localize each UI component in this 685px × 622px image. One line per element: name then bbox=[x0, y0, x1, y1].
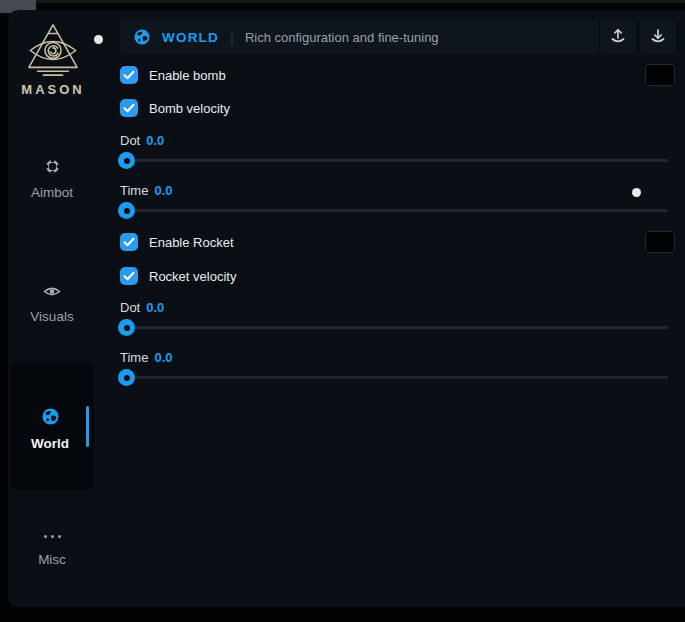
globe-icon bbox=[41, 407, 60, 429]
time-slider-track[interactable] bbox=[120, 209, 668, 212]
page-header: WORLD | Rich configuration and fine-tuni… bbox=[120, 20, 598, 54]
sidebar-item-label: Visuals bbox=[30, 309, 73, 324]
import-config-button[interactable] bbox=[640, 20, 676, 54]
crosshair-icon bbox=[44, 158, 61, 178]
export-config-button[interactable] bbox=[600, 20, 636, 54]
window-top-highlight bbox=[36, 0, 685, 3]
page-title: WORLD bbox=[162, 30, 219, 45]
dot-slider-track[interactable] bbox=[120, 159, 668, 162]
checkmark-icon bbox=[123, 267, 135, 285]
slider-label-dot: Dot0.0 bbox=[120, 133, 164, 148]
slider-label-dot: Dot0.0 bbox=[120, 300, 164, 315]
slider-value: 0.0 bbox=[154, 350, 172, 365]
checkbox-label: Rocket velocity bbox=[149, 269, 236, 284]
time-slider-knob[interactable] bbox=[118, 202, 135, 219]
mason-logo-icon bbox=[24, 22, 82, 78]
rocket-velocity-checkbox[interactable] bbox=[120, 267, 138, 285]
bomb-velocity-checkbox[interactable] bbox=[120, 99, 138, 117]
sidebar-item-label: Aimbot bbox=[31, 185, 73, 200]
indicator-dot bbox=[632, 188, 641, 197]
upload-icon bbox=[609, 27, 627, 48]
download-icon bbox=[649, 27, 667, 48]
checkbox-row-enable-rocket: Enable Rocket bbox=[120, 233, 234, 251]
sidebar-item-world-active[interactable]: World bbox=[10, 363, 94, 490]
slider-value: 0.0 bbox=[146, 300, 164, 315]
dot-slider-knob[interactable] bbox=[118, 152, 135, 169]
checkbox-label: Enable Rocket bbox=[149, 235, 234, 250]
checkbox-row-rocket-velocity: Rocket velocity bbox=[120, 267, 236, 285]
enable-bomb-checkbox[interactable] bbox=[120, 66, 138, 84]
brand-name: MASON bbox=[8, 82, 98, 97]
page-subtitle: Rich configuration and fine-tuning bbox=[245, 30, 439, 45]
slider-label-time: Time0.0 bbox=[120, 183, 172, 198]
checkmark-icon bbox=[123, 99, 135, 117]
slider-label-time: Time0.0 bbox=[120, 350, 172, 365]
dot-slider-track[interactable] bbox=[120, 326, 668, 329]
sidebar-item-visuals[interactable]: Visuals bbox=[8, 284, 96, 324]
sidebar-item-misc[interactable]: Misc bbox=[8, 528, 96, 567]
rocket-color-swatch[interactable] bbox=[645, 231, 675, 253]
sidebar-item-aimbot[interactable]: Aimbot bbox=[8, 158, 96, 200]
globe-icon bbox=[133, 28, 151, 46]
slider-value: 0.0 bbox=[146, 133, 164, 148]
bomb-color-swatch[interactable] bbox=[645, 64, 675, 86]
app-window: MASON Aimbot bbox=[0, 0, 685, 622]
menu-window: MASON Aimbot bbox=[8, 10, 685, 607]
checkbox-row-bomb-velocity: Bomb velocity bbox=[120, 99, 230, 117]
checkmark-icon bbox=[123, 233, 135, 251]
sidebar-item-world[interactable]: World bbox=[8, 407, 92, 451]
time-slider-track[interactable] bbox=[120, 376, 668, 379]
header-separator: | bbox=[230, 29, 234, 46]
indicator-dot bbox=[94, 35, 103, 44]
sidebar-item-label: Misc bbox=[38, 552, 66, 567]
checkbox-label: Enable bomb bbox=[149, 68, 226, 83]
active-tab-indicator bbox=[86, 406, 89, 447]
checkbox-label: Bomb velocity bbox=[149, 101, 230, 116]
slider-value: 0.0 bbox=[154, 183, 172, 198]
checkmark-icon bbox=[123, 66, 135, 84]
ellipsis-icon bbox=[44, 528, 61, 545]
dot-slider-knob[interactable] bbox=[118, 319, 135, 336]
time-slider-knob[interactable] bbox=[118, 369, 135, 386]
enable-rocket-checkbox[interactable] bbox=[120, 233, 138, 251]
checkbox-row-enable-bomb: Enable bomb bbox=[120, 66, 226, 84]
sidebar-item-label: World bbox=[31, 436, 69, 451]
eye-icon bbox=[43, 284, 61, 302]
